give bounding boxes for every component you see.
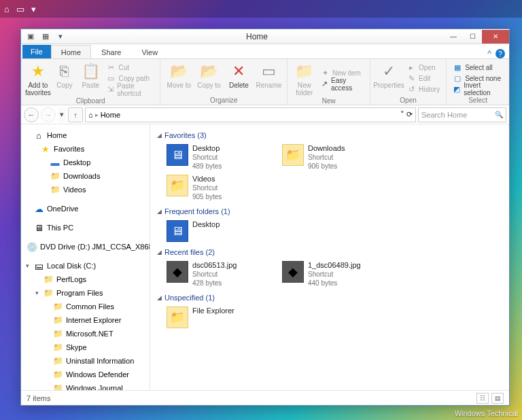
rename-icon: ▭ — [259, 62, 278, 81]
group-header[interactable]: ◢Unspecified (1) — [157, 294, 502, 302]
history-button[interactable]: ↺History — [404, 84, 442, 94]
paste-icon: 📋 — [81, 62, 100, 81]
sidebar-item-videos[interactable]: Videos — [21, 183, 150, 196]
move-to-button[interactable]: 📂Move to — [164, 60, 193, 96]
item-name: Desktop — [192, 220, 220, 229]
ribbon-group-select: ▦Select all ▢Select none ◩Invert selecti… — [447, 59, 509, 105]
file-item[interactable]: 🖥Desktop — [165, 218, 281, 244]
disc-icon: 💿 — [27, 241, 37, 252]
rename-button[interactable]: ▭Rename — [254, 60, 283, 96]
ribbon-tabs: File Home Share View ^ ? — [21, 44, 509, 59]
qat-properties-icon[interactable]: ▣ — [24, 31, 37, 43]
sidebar-item-onedrive[interactable]: ☁OneDrive — [21, 202, 150, 215]
ribbon-collapse-icon[interactable]: ^ — [487, 49, 491, 58]
collapse-icon[interactable]: ▾ — [24, 262, 31, 269]
window-title: Home — [70, 32, 444, 41]
group-header[interactable]: ◢Frequent folders (1) — [157, 207, 502, 215]
sidebar-item-folder[interactable]: Windows Journal — [21, 381, 150, 390]
copy-button[interactable]: ⎘ Copy — [52, 60, 77, 97]
sidebar-item-dvd[interactable]: 💿DVD Drive (D:) JM1_CCSA_X86FRE_EN-US — [21, 240, 150, 253]
easyaccess-icon: ↗ — [320, 80, 328, 89]
properties-button[interactable]: ✓Properties — [375, 60, 403, 96]
sidebar-item-favorites[interactable]: ★Favorites — [21, 142, 150, 156]
chevron-right-icon: ▸ — [95, 111, 99, 118]
qat-newfolder-icon[interactable]: ▦ — [39, 31, 52, 43]
ribbon-group-open: ✓Properties ▸Open ✎Edit ↺History Open — [370, 59, 447, 105]
sidebar-item-folder[interactable]: Windows Defender — [21, 368, 150, 381]
chevron-down-icon: ◢ — [157, 132, 162, 139]
items-row: 📁File Explorer — [165, 304, 502, 330]
select-all-button[interactable]: ▦Select all — [451, 63, 505, 73]
group-header[interactable]: ◢Favorites (3) — [157, 131, 502, 139]
taskbar-chevron-icon[interactable]: ▾ — [31, 4, 36, 14]
sidebar-item-folder[interactable]: Skype — [21, 340, 150, 354]
sidebar-item-desktop[interactable]: ▬Desktop — [21, 156, 150, 169]
ribbon-group-clipboard: ★ Add to favorites ⎘ Copy 📋 Paste ✂Cut ▭… — [21, 59, 160, 105]
breadcrumb-home[interactable]: Home — [101, 111, 120, 119]
taskbar-app-icon[interactable]: ▭ — [16, 4, 24, 14]
copyto-icon: 📂 — [199, 62, 218, 81]
pc-icon: 🖥 — [33, 222, 44, 233]
details-view-icon[interactable]: ☷ — [476, 393, 489, 404]
open-button[interactable]: ▸Open — [404, 63, 442, 73]
sidebar-item-folder[interactable]: Internet Explorer — [21, 313, 150, 327]
sidebar-item-folder[interactable]: Microsoft.NET — [21, 327, 150, 340]
sidebar-item-thispc[interactable]: 🖥This PC — [21, 221, 150, 234]
forward-button[interactable]: → — [41, 107, 56, 122]
new-item-button[interactable]: ✦New item — [318, 68, 366, 78]
titlebar: ▣ ▦ ▾ Home — ☐ ✕ — [21, 29, 509, 44]
thumbnails-view-icon[interactable]: ▤ — [491, 393, 504, 404]
file-item[interactable]: 📁VideosShortcut905 bytes — [165, 173, 281, 203]
close-button[interactable]: ✕ — [482, 30, 509, 43]
breadcrumb-dropdown-icon[interactable]: ˅ — [400, 110, 404, 119]
sidebar-item-programfiles[interactable]: ▾Program Files — [21, 286, 150, 300]
sidebar-item-folder[interactable]: Common Files — [21, 300, 150, 313]
sidebar-item-downloads[interactable]: Downloads — [21, 169, 150, 183]
folder-icon — [52, 383, 63, 390]
selectall-icon: ▦ — [453, 63, 462, 72]
paste-shortcut-button[interactable]: ⇲Paste shortcut — [104, 84, 156, 94]
items-row: 🖥DesktopShortcut489 bytes📁DownloadsShort… — [165, 142, 502, 203]
help-icon[interactable]: ? — [495, 49, 505, 58]
file-item[interactable]: ◆1_dsc06489.jpgShortcut440 bytes — [281, 259, 396, 290]
search-input[interactable]: Search Home 🔍 — [418, 107, 506, 122]
address-bar: ← → ▾ ↑ ⌂ ▸ Home ˅ ⟳ Search Home 🔍 — [21, 105, 509, 124]
taskbar-home-icon[interactable]: ⌂ — [4, 4, 10, 14]
collapse-icon[interactable]: ▾ — [33, 290, 40, 296]
cut-button[interactable]: ✂Cut — [104, 63, 156, 73]
history-icon: ↺ — [406, 84, 416, 94]
recent-dropdown[interactable]: ▾ — [58, 107, 66, 122]
home-icon: ⌂ — [88, 111, 93, 119]
group-header[interactable]: ◢Recent files (2) — [157, 248, 502, 256]
item-name: 1_dsc06489.jpg — [308, 261, 361, 270]
add-to-favorites-button[interactable]: ★ Add to favorites — [25, 60, 51, 97]
tab-view[interactable]: View — [131, 45, 168, 58]
tab-file[interactable]: File — [22, 45, 51, 58]
invert-selection-button[interactable]: ◩Invert selection — [451, 84, 505, 94]
sidebar-item-home[interactable]: ⌂Home — [21, 128, 150, 142]
sidebar-item-perflogs[interactable]: PerfLogs — [21, 273, 150, 286]
file-item[interactable]: ◆dsc06513.jpgShortcut428 bytes — [165, 259, 281, 290]
tab-share[interactable]: Share — [91, 45, 131, 58]
chevron-down-icon: ◢ — [157, 294, 162, 301]
sidebar-item-folder[interactable]: Uninstall Information — [21, 354, 150, 368]
copy-to-button[interactable]: 📂Copy to — [194, 60, 223, 96]
delete-button[interactable]: ✕Delete — [224, 60, 253, 96]
paste-button[interactable]: 📋 Paste — [78, 60, 103, 97]
up-button[interactable]: ↑ — [68, 107, 83, 122]
sidebar-item-localdisk[interactable]: ▾🖴Local Disk (C:) — [21, 259, 150, 273]
star-icon: ★ — [40, 143, 51, 154]
edit-button[interactable]: ✎Edit — [404, 73, 442, 84]
maximize-button[interactable]: ☐ — [463, 30, 482, 43]
file-item[interactable]: 📁File Explorer — [165, 304, 281, 330]
qat-dropdown-icon[interactable]: ▾ — [54, 31, 67, 43]
breadcrumb[interactable]: ⌂ ▸ Home ˅ ⟳ — [85, 107, 416, 122]
tab-home[interactable]: Home — [51, 45, 91, 58]
file-item[interactable]: 🖥DesktopShortcut489 bytes — [165, 142, 281, 173]
easy-access-button[interactable]: ↗Easy access — [318, 79, 366, 89]
refresh-icon[interactable]: ⟳ — [406, 110, 413, 119]
back-button[interactable]: ← — [24, 107, 39, 122]
file-item[interactable]: 📁DownloadsShortcut906 bytes — [281, 142, 396, 173]
minimize-button[interactable]: — — [444, 30, 463, 43]
new-folder-button[interactable]: 📁New folder — [292, 60, 317, 97]
